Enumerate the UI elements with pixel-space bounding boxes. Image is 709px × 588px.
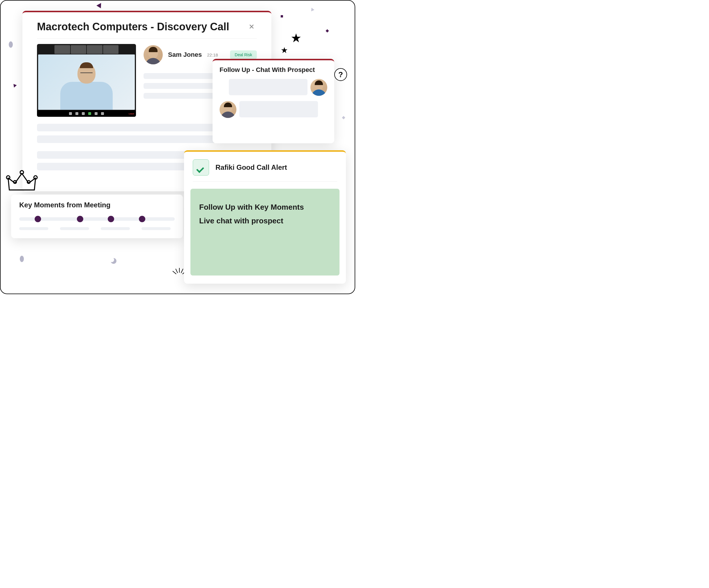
alert-body: Follow Up with Key Moments Live chat wit… <box>190 189 340 276</box>
divider <box>193 181 337 182</box>
oval-doodle <box>9 41 13 48</box>
deal-risk-badge: Deal Risk <box>230 50 257 59</box>
key-moments-card: Key Moments from Meeting <box>11 195 183 238</box>
participant-thumbnails <box>54 45 119 54</box>
moment-label <box>19 227 48 230</box>
transcript-line <box>37 135 224 143</box>
call-timestamp: 22:18 <box>207 52 218 57</box>
chat-icon[interactable] <box>95 112 98 115</box>
chat-text-line <box>232 82 305 86</box>
moment-dot[interactable] <box>77 216 83 222</box>
active-speaker-video <box>38 54 135 110</box>
divider <box>37 39 257 39</box>
triangle-doodle <box>310 7 314 11</box>
good-call-alert-card: Rafiki Good Call Alert Follow Up with Ke… <box>184 150 346 284</box>
prospect-avatar <box>310 79 327 96</box>
star-doodle: ★ <box>291 31 301 45</box>
moment-dot[interactable] <box>35 216 41 222</box>
oval-doodle <box>20 256 24 262</box>
confetti-dot <box>342 116 345 119</box>
follow-up-chat-card: Follow Up - Chat With Prospect <box>213 59 334 143</box>
moment-label <box>60 227 89 230</box>
call-title: Macrotech Computers - Discovery Call <box>37 21 246 33</box>
svg-point-3 <box>14 181 17 183</box>
chat-bubble <box>239 101 318 118</box>
video-call-frame: Leave <box>37 44 136 117</box>
video-toolbar: Leave <box>37 110 136 117</box>
alert-line-2: Live chat with prospect <box>199 216 331 225</box>
moments-timeline[interactable] <box>19 217 175 221</box>
moment-label <box>101 227 130 230</box>
star-doodle: ★ <box>281 46 288 55</box>
chat-text-line <box>232 88 275 92</box>
moment-dot[interactable] <box>139 216 145 222</box>
close-icon[interactable]: ✕ <box>246 20 257 33</box>
moon-doodle <box>111 258 116 264</box>
svg-point-0 <box>6 176 10 179</box>
chat-message-row <box>213 79 334 96</box>
participants-icon[interactable] <box>82 112 85 115</box>
invite-icon[interactable] <box>75 112 78 115</box>
moment-dot[interactable] <box>108 216 114 222</box>
chat-text-line <box>242 104 315 108</box>
stop-video-icon[interactable] <box>69 112 72 115</box>
triangle-doodle <box>96 1 103 8</box>
chat-title: Follow Up - Chat With Prospect <box>219 66 327 74</box>
confetti-dot <box>325 29 329 32</box>
check-icon <box>193 159 209 176</box>
chat-text-line <box>242 110 286 114</box>
leave-button[interactable]: Leave <box>129 113 134 115</box>
share-screen-icon[interactable] <box>88 112 91 115</box>
chat-bubble <box>229 79 308 95</box>
host-avatar <box>143 45 163 65</box>
chat-message-row <box>213 101 334 118</box>
record-icon[interactable] <box>101 112 104 115</box>
host-name: Sam Jones <box>168 51 202 58</box>
question-mark: ? <box>338 70 343 79</box>
question-icon: ? <box>334 68 347 81</box>
triangle-doodle <box>12 84 17 88</box>
alert-line-1: Follow Up with Key Moments <box>199 203 331 212</box>
confetti-dot <box>281 15 283 18</box>
host-avatar <box>219 101 236 118</box>
key-moments-title: Key Moments from Meeting <box>19 201 175 209</box>
alert-title: Rafiki Good Call Alert <box>215 163 287 172</box>
moment-label <box>141 227 170 230</box>
